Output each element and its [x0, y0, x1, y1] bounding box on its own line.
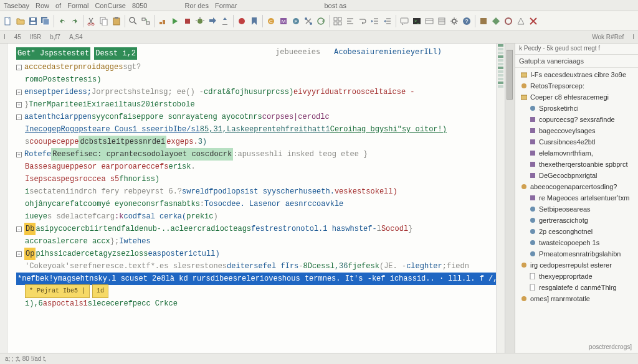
tree-node[interactable]: thexetherqerstoanbie spbprct [518, 159, 636, 170]
code-line[interactable]: iueyes sdelactefcarg :k codfsal cerka(pr… [16, 210, 490, 223]
tree-node[interactable]: Cusrsibnces4e2btl [518, 136, 636, 147]
fold-toggle[interactable]: - [16, 114, 22, 120]
field-icon[interactable]: F [290, 16, 302, 27]
fold-toggle[interactable]: + [16, 152, 22, 157]
code-line[interactable]: * Pejrat Ibe5 | 1d [16, 285, 490, 297]
fold-toggle[interactable]: - [16, 65, 22, 70]
stop-icon[interactable] [182, 16, 193, 27]
menu-item[interactable]: Formal [67, 2, 88, 9]
fold-toggle[interactable]: + [16, 90, 22, 95]
save-icon[interactable] [27, 16, 39, 27]
menu-item[interactable]: Tasebay [4, 2, 29, 9]
comment-icon[interactable] [399, 16, 410, 27]
scrollbar-thumb[interactable] [507, 50, 513, 100]
run-icon[interactable] [169, 16, 181, 27]
code-line[interactable]: +enseptperidess; Jorprectshstelnsg; ee()… [16, 86, 490, 98]
bottom-tab[interactable]: 1d [92, 284, 108, 298]
code-editor[interactable]: jebueeeies AcobesaiuremienieyerILl) Get"… [7, 44, 496, 353]
sec-item[interactable]: b,f7 [50, 34, 60, 40]
tree-node[interactable]: omes] rranrmrotatle [518, 293, 636, 304]
dedent-icon[interactable] [382, 16, 393, 27]
stepout-icon[interactable] [219, 16, 231, 27]
code-line[interactable]: romoPostestresis) [16, 73, 490, 86]
saveall-icon[interactable] [40, 16, 51, 27]
sec-item[interactable]: I [632, 34, 634, 40]
minimap[interactable] [496, 44, 505, 353]
code-line[interactable]: +}TnerMpariteeiExiraeiltaus20iérstobole [16, 98, 490, 111]
ext2-icon[interactable] [490, 16, 502, 27]
debug-icon[interactable] [194, 16, 206, 27]
code-line[interactable]: InecogepRogopsteare Cous1 sseeribIbe/sl8… [16, 123, 490, 136]
code-line[interactable]: i),6aspoctals1slececerefpecc Crkce [16, 297, 490, 310]
code-line[interactable]: Isepscaspegsroccea s5 fhnoriss) [16, 173, 490, 185]
code-line[interactable]: +RotefeReesefisec: cprantecsodolayoet co… [16, 148, 490, 161]
paste-icon[interactable] [111, 16, 122, 27]
bookmark-icon[interactable] [249, 16, 260, 27]
cut-icon[interactable] [86, 16, 97, 27]
menu-item[interactable]: Row [36, 2, 49, 9]
tree-node[interactable]: twasteicopoepeh 1s [518, 237, 636, 248]
tree-node[interactable]: Coeper c8 ehtesracemegi [518, 91, 636, 103]
indent-icon[interactable] [369, 16, 381, 27]
ext4-icon[interactable] [515, 16, 526, 27]
code-line[interactable]: Bassesagueppesor earporoareccefs erisk. [16, 161, 490, 173]
code-line[interactable]: ohjânycarefatcoomyé eyoneconsrfasnabtks … [16, 198, 490, 210]
tree-node[interactable]: thexyepproprtade [518, 271, 636, 282]
terminal-icon[interactable]: >_ [411, 16, 422, 27]
ext3-icon[interactable] [503, 16, 514, 27]
wrap-icon[interactable] [357, 16, 368, 27]
editor-tab[interactable]: Desst i,2 [94, 47, 137, 60]
breakpoint-icon[interactable] [236, 16, 247, 27]
format-icon[interactable] [345, 16, 356, 27]
step-icon[interactable] [207, 16, 218, 27]
code-line[interactable]: 'Cokeyoak'serefneresce.textf*.es slesres… [16, 260, 490, 273]
tree-node[interactable]: 2p cesconghotnel [518, 226, 636, 237]
code-line[interactable]: -aatenthciarppen syyconfaiseppore sonray… [16, 111, 490, 123]
tree-node[interactable]: copurcecsg? sexsrafinde [518, 114, 636, 125]
fold-toggle[interactable]: - [16, 226, 22, 232]
code-line[interactable]: -Dbasipycocercbiirtendfaldenub-..acleerc… [16, 223, 490, 235]
editor-tab[interactable]: Get" Jspsstestet [16, 47, 90, 60]
undo-icon[interactable] [57, 16, 68, 27]
tree-node[interactable]: resgalatefe d canméThlrg [518, 282, 636, 293]
bottom-tab[interactable]: * Pejrat Ibe5 | [25, 284, 90, 298]
tree-node[interactable]: gertrerascichotg [518, 215, 636, 226]
folder-icon[interactable] [15, 16, 26, 27]
tree-node[interactable]: RetosTrepsorcep: [518, 80, 636, 91]
code-line[interactable]: -acccedasterpnroidagges sgt? [16, 61, 490, 73]
sec-item[interactable]: Wok R#Ref [592, 34, 624, 40]
sec-item[interactable]: 45 [14, 34, 21, 40]
copy-icon[interactable] [98, 16, 110, 27]
props-icon[interactable] [436, 16, 447, 27]
code-line[interactable]: accroaslercere accx}; Iwtehes [16, 235, 490, 248]
sec-item[interactable]: If6R [30, 34, 41, 40]
redo-icon[interactable] [69, 16, 80, 27]
tree-node[interactable]: bageccoveylsages [518, 125, 636, 136]
tree-node[interactable]: Prneatomesnratribgslahibn [518, 248, 636, 259]
sec-item[interactable]: A,S4 [69, 34, 83, 40]
tree-node[interactable]: re Mageoces artelsentuer’txm [518, 192, 636, 203]
build-icon[interactable] [157, 16, 168, 27]
tree-node[interactable]: irg cedopesrrepulst esterer [518, 259, 636, 271]
refactor-icon[interactable] [303, 16, 314, 27]
tree-node[interactable]: elelamovnrthfiam, [518, 147, 636, 159]
output-icon[interactable] [424, 16, 435, 27]
tree-root[interactable]: I-Fs eacesdeuxtraes cibre 3o9e [518, 69, 636, 80]
grid-icon[interactable] [332, 16, 343, 27]
method-icon[interactable]: M [278, 16, 289, 27]
help-icon[interactable]: ? [461, 16, 472, 27]
settings-icon[interactable] [449, 16, 460, 27]
menu-item[interactable]: bost as [324, 2, 346, 9]
code-line[interactable]: *nefbek!ymagsehtnsky.l scuset 2e8là kd r… [16, 273, 490, 285]
replace-icon[interactable] [140, 16, 151, 27]
sync-icon[interactable] [315, 16, 326, 27]
class-icon[interactable]: C [265, 16, 277, 27]
menu-item[interactable]: ConCurse [95, 2, 126, 9]
tree-node[interactable]: abeeocogenaparcertosding? [518, 181, 636, 192]
tree-node[interactable]: Sprosketirhci [518, 103, 636, 114]
ext5-icon[interactable] [528, 16, 539, 27]
tree-node[interactable]: Setbipeoseareas [518, 203, 636, 215]
menu-item[interactable]: Ror des [184, 2, 209, 9]
file-icon[interactable] [2, 16, 14, 27]
ext1-icon[interactable] [478, 16, 489, 27]
